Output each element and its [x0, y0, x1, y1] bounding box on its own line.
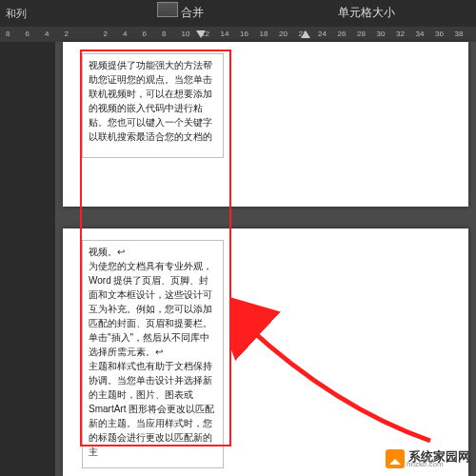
ruler-tick: 12 — [201, 29, 209, 40]
ruler-tick: 6 — [26, 29, 30, 40]
ruler-tick: 4 — [123, 29, 127, 40]
ruler-tick: 8 — [6, 29, 10, 40]
ruler-tick: 30 — [377, 29, 386, 40]
ribbon-group-cell-size[interactable]: 单元格大小 — [338, 5, 395, 21]
ruler-tick: 34 — [416, 29, 425, 40]
ruler-tick: 36 — [435, 29, 444, 40]
ruler-tick: 14 — [221, 29, 229, 40]
ruler-tick: 8 — [162, 29, 166, 40]
page-1[interactable]: 视频提供了功能强大的方法帮助您证明您的观点。当您单击联机视频时，可以在想要添加的… — [63, 42, 468, 207]
ruler-tick: 20 — [279, 29, 288, 40]
watermark-logo-icon — [386, 449, 405, 468]
ruler-tick: 16 — [240, 29, 248, 40]
page-2[interactable]: 视频。↩ 为使您的文档具有专业外观，Word 提供了页眉、页脚、封面和文本框设计… — [63, 228, 468, 476]
horizontal-ruler[interactable]: 86422468101214161820222426283032343638 — [0, 27, 476, 42]
ruler-tick: 22 — [299, 29, 307, 40]
ruler-tick: 2 — [65, 29, 69, 40]
ruler-tick: 38 — [455, 29, 464, 40]
ruler-tick: 2 — [104, 29, 108, 40]
ribbon-bar: 和列 合并 单元格大小 — [0, 0, 476, 27]
ruler-tick: 18 — [260, 29, 268, 40]
vertical-ruler[interactable] — [0, 42, 55, 476]
ruler-tick: 4 — [45, 29, 49, 40]
ruler-tick: 6 — [143, 29, 147, 40]
ruler-tick: 10 — [182, 29, 190, 40]
document-canvas[interactable]: 视频提供了功能强大的方法帮助您证明您的观点。当您单击联机视频时，可以在想要添加的… — [55, 42, 476, 476]
watermark-text-en: hnzkb.com — [407, 461, 470, 468]
ruler-tick: 24 — [318, 29, 327, 40]
ruler-tick: 28 — [357, 29, 366, 40]
ribbon-group-merge[interactable]: 合并 — [181, 5, 204, 21]
app-root: 和列 合并 单元格大小 8642246810121416182022242628… — [0, 0, 476, 476]
table-cell-page2[interactable]: 视频。↩ 为使您的文档具有专业外观，Word 提供了页眉、页脚、封面和文本框设计… — [82, 240, 224, 468]
ruler-tick: 26 — [338, 29, 347, 40]
ruler-tick: 32 — [396, 29, 405, 40]
table-cell-page1[interactable]: 视频提供了功能强大的方法帮助您证明您的观点。当您单击联机视频时，可以在想要添加的… — [82, 53, 224, 158]
merge-icon[interactable] — [157, 2, 178, 17]
watermark: 系统家园网 hnzkb.com — [386, 449, 470, 468]
ribbon-group-rows-cols[interactable]: 和列 — [0, 4, 32, 23]
